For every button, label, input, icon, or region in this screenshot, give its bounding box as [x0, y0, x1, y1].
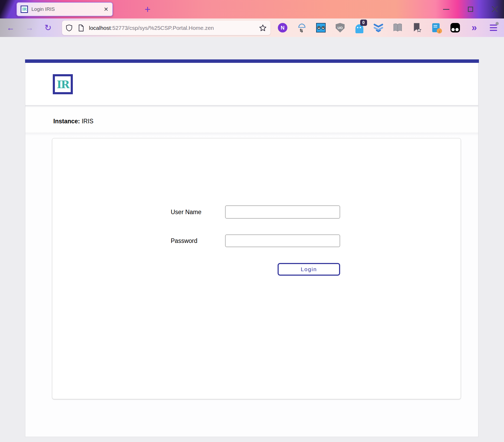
- instance-value: IRIS: [82, 118, 93, 125]
- forward-button: →: [24, 22, 35, 34]
- bookmark-page-button[interactable]: [411, 22, 423, 34]
- tab-close-icon[interactable]: ×: [103, 6, 109, 13]
- username-input[interactable]: [225, 205, 340, 219]
- bookmark-star-toggle-icon[interactable]: [259, 24, 267, 32]
- triple-chevron-extension[interactable]: [372, 22, 384, 34]
- purple-n-icon: N: [278, 23, 287, 32]
- ublock-origin-extension[interactable]: UO: [334, 22, 346, 34]
- url-host: localhost: [89, 25, 111, 31]
- reload-button[interactable]: ↻: [42, 22, 54, 34]
- triple-chevron-icon: [373, 22, 384, 33]
- password-label: Password: [171, 234, 224, 247]
- document-download-icon: ↓: [432, 23, 440, 32]
- brand-top-bar: [25, 59, 479, 63]
- shield-icon[interactable]: [66, 24, 73, 32]
- tab-title: Login IRIS: [31, 6, 103, 12]
- hamburger-menu-icon: [490, 25, 497, 31]
- tab-favicon-icon: IR: [21, 6, 28, 13]
- ghostery-extension[interactable]: 0: [353, 22, 365, 34]
- url-fade: [239, 25, 257, 31]
- bookmark-star-icon: [411, 22, 422, 33]
- umbrella-sync-icon: [297, 22, 307, 33]
- window-controls: [442, 0, 499, 18]
- window-close-button[interactable]: [490, 5, 499, 14]
- minimize-button[interactable]: [442, 5, 451, 14]
- googly-eyes-icon: [316, 23, 326, 32]
- instance-row: Instance: IRIS: [25, 107, 478, 133]
- overflow-menu-button[interactable]: »: [468, 22, 480, 34]
- dark-reader-extension[interactable]: [449, 22, 461, 34]
- tab-bar: IR Login IRIS × +: [0, 0, 504, 18]
- ghostery-badge: 0: [360, 20, 367, 26]
- page-header: IR: [25, 63, 478, 105]
- open-book-icon: [392, 22, 403, 33]
- dark-reader-icon: [450, 23, 460, 32]
- new-tab-button[interactable]: +: [145, 5, 150, 14]
- iris-logo: IR: [53, 74, 73, 94]
- download-arrow-icon: ↓: [437, 28, 442, 34]
- page-info-icon[interactable]: [78, 24, 84, 32]
- instance-label: Instance:: [53, 118, 80, 125]
- overflow-chevrons-icon: »: [472, 23, 477, 32]
- back-button[interactable]: ←: [5, 22, 16, 34]
- url-path: :52773/csp/sys/%25CSP.Portal.Home.zen: [111, 25, 214, 31]
- login-form-panel: User Name Password Login: [52, 138, 461, 399]
- page-viewport: IR Instance: IRIS User Name Password Log…: [0, 37, 504, 442]
- maximize-button[interactable]: [466, 5, 475, 14]
- googly-eyes-extension[interactable]: [315, 22, 327, 34]
- instance-text: Instance: IRIS: [53, 118, 93, 125]
- app-menu-button[interactable]: [487, 22, 500, 34]
- tab-favicon-text: IR: [22, 7, 26, 11]
- login-page-card: IR Instance: IRIS User Name Password Log…: [25, 59, 478, 437]
- url-text[interactable]: localhost:52773/csp/sys/%25CSP.Portal.Ho…: [89, 25, 257, 31]
- menu-notification-dot: [496, 22, 499, 25]
- username-label: User Name: [171, 205, 224, 219]
- browser-tab[interactable]: IR Login IRIS ×: [16, 2, 113, 16]
- reading-list-button[interactable]: [392, 22, 404, 34]
- password-input[interactable]: [225, 234, 340, 247]
- ublock-origin-label: UO: [337, 26, 343, 30]
- extension-icon-row: N UO 0: [277, 18, 500, 37]
- instance-divider: [25, 133, 478, 136]
- iris-logo-text: IR: [57, 78, 69, 91]
- purple-n-extension[interactable]: N: [277, 22, 289, 34]
- ublock-origin-icon: UO: [336, 23, 345, 32]
- save-document-extension[interactable]: ↓: [430, 22, 442, 34]
- umbrella-sync-extension[interactable]: [296, 22, 308, 34]
- address-bar[interactable]: localhost:52773/csp/sys/%25CSP.Portal.Ho…: [62, 21, 270, 35]
- login-button[interactable]: Login: [278, 263, 340, 276]
- header-divider: [25, 105, 478, 107]
